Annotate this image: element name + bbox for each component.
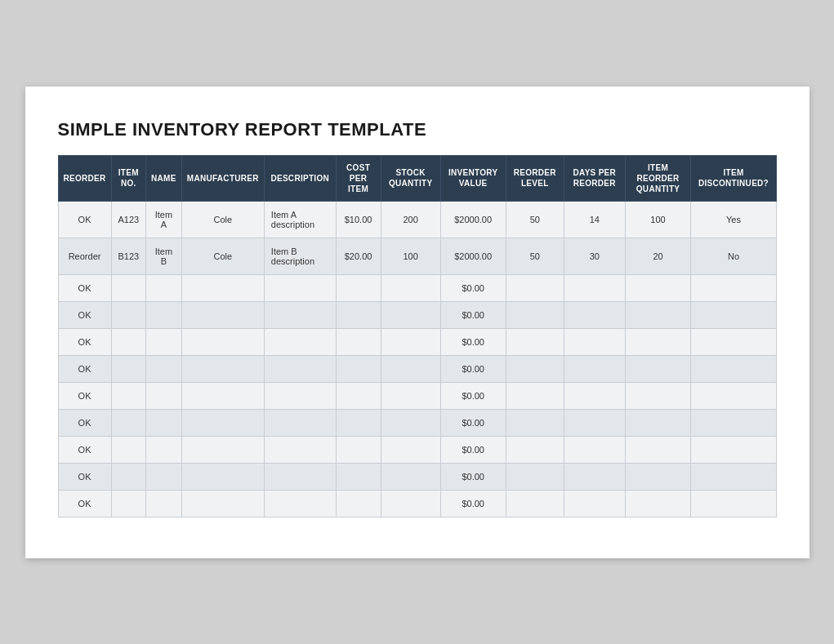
table-body: OKA123Item AColeItem A description$10.00… xyxy=(58,201,776,517)
cell-item_reorder_quantity xyxy=(625,409,691,436)
cell-cost_per_item xyxy=(336,409,381,436)
table-header-row: REORDER ITEM NO. NAME MANUFACTURER DESCR… xyxy=(58,155,776,201)
inventory-table: REORDER ITEM NO. NAME MANUFACTURER DESCR… xyxy=(58,155,777,517)
cell-cost_per_item xyxy=(336,463,381,490)
cell-reorder: OK xyxy=(58,409,111,436)
cell-days_per_reorder: 14 xyxy=(564,201,625,238)
cell-item_reorder_quantity xyxy=(625,301,691,328)
cell-description xyxy=(264,274,336,301)
cell-cost_per_item xyxy=(336,274,381,301)
cell-item_discontinued xyxy=(691,328,776,355)
cell-item_reorder_quantity xyxy=(625,436,691,463)
cell-item_discontinued: No xyxy=(691,238,776,274)
table-row: OK$0.00 xyxy=(58,301,776,328)
cell-days_per_reorder: 30 xyxy=(564,238,625,274)
cell-cost_per_item: $20.00 xyxy=(336,238,381,274)
cell-item_discontinued xyxy=(691,463,776,490)
cell-description xyxy=(264,436,336,463)
cell-manufacturer xyxy=(181,409,264,436)
table-row: OK$0.00 xyxy=(58,436,776,463)
cell-days_per_reorder xyxy=(564,274,625,301)
table-row: OK$0.00 xyxy=(58,490,776,517)
cell-cost_per_item xyxy=(336,382,381,409)
cell-stock_quantity xyxy=(381,274,440,301)
cell-stock_quantity xyxy=(381,409,440,436)
cell-item_reorder_quantity xyxy=(625,490,691,517)
cell-description xyxy=(264,328,336,355)
cell-days_per_reorder xyxy=(564,301,625,328)
cell-item_no xyxy=(111,274,145,301)
cell-reorder_level xyxy=(506,382,564,409)
cell-name xyxy=(145,436,181,463)
cell-days_per_reorder xyxy=(564,382,625,409)
cell-description: Item B description xyxy=(264,238,336,274)
cell-stock_quantity xyxy=(381,301,440,328)
cell-cost_per_item xyxy=(336,301,381,328)
cell-item_discontinued xyxy=(691,490,776,517)
cell-item_reorder_quantity xyxy=(625,382,691,409)
cell-item_reorder_quantity: 20 xyxy=(625,238,691,274)
cell-days_per_reorder xyxy=(564,463,625,490)
cell-item_reorder_quantity xyxy=(625,463,691,490)
header-item-no: ITEM NO. xyxy=(111,155,145,201)
cell-description xyxy=(264,301,336,328)
header-stock-quantity: STOCK QUANTITY xyxy=(381,155,440,201)
cell-inventory_value: $0.00 xyxy=(440,382,506,409)
table-row: OK$0.00 xyxy=(58,274,776,301)
cell-manufacturer xyxy=(181,328,264,355)
cell-inventory_value: $0.00 xyxy=(440,436,506,463)
cell-reorder_level xyxy=(506,355,564,382)
cell-reorder: OK xyxy=(58,436,111,463)
cell-name xyxy=(145,355,181,382)
header-cost-per-item: COST PER ITEM xyxy=(336,155,381,201)
report-page: SIMPLE INVENTORY REPORT TEMPLATE REORDER… xyxy=(25,87,809,558)
cell-description xyxy=(264,382,336,409)
cell-manufacturer xyxy=(181,436,264,463)
cell-reorder_level: 50 xyxy=(506,238,564,274)
table-row: OK$0.00 xyxy=(58,355,776,382)
cell-reorder: OK xyxy=(58,328,111,355)
cell-item_no xyxy=(111,463,145,490)
cell-item_discontinued: Yes xyxy=(691,201,776,238)
cell-inventory_value: $0.00 xyxy=(440,274,506,301)
header-reorder-level: REORDER LEVEL xyxy=(506,155,564,201)
cell-inventory_value: $2000.00 xyxy=(440,238,506,274)
cell-item_discontinued xyxy=(691,409,776,436)
cell-stock_quantity: 100 xyxy=(381,238,440,274)
cell-manufacturer: Cole xyxy=(181,238,264,274)
cell-inventory_value: $0.00 xyxy=(440,463,506,490)
cell-description xyxy=(264,490,336,517)
cell-name xyxy=(145,382,181,409)
cell-days_per_reorder xyxy=(564,490,625,517)
cell-reorder_level xyxy=(506,274,564,301)
cell-name xyxy=(145,328,181,355)
table-row: OK$0.00 xyxy=(58,409,776,436)
cell-reorder: OK xyxy=(58,201,111,238)
cell-reorder_level xyxy=(506,328,564,355)
header-item-discontinued: ITEM DISCONTINUED? xyxy=(691,155,776,201)
cell-item_discontinued xyxy=(691,274,776,301)
cell-item_reorder_quantity xyxy=(625,328,691,355)
cell-item_no xyxy=(111,409,145,436)
cell-manufacturer xyxy=(181,274,264,301)
cell-reorder: OK xyxy=(58,490,111,517)
table-row: OKA123Item AColeItem A description$10.00… xyxy=(58,201,776,238)
cell-inventory_value: $0.00 xyxy=(440,301,506,328)
cell-item_discontinued xyxy=(691,355,776,382)
cell-stock_quantity xyxy=(381,382,440,409)
header-item-reorder-quantity: ITEM REORDER QUANTITY xyxy=(625,155,691,201)
cell-cost_per_item: $10.00 xyxy=(336,201,381,238)
cell-cost_per_item xyxy=(336,355,381,382)
cell-days_per_reorder xyxy=(564,409,625,436)
header-description: DESCRIPTION xyxy=(264,155,336,201)
cell-days_per_reorder xyxy=(564,355,625,382)
cell-item_reorder_quantity: 100 xyxy=(625,201,691,238)
cell-inventory_value: $0.00 xyxy=(440,490,506,517)
cell-item_no xyxy=(111,382,145,409)
cell-stock_quantity xyxy=(381,355,440,382)
cell-name xyxy=(145,301,181,328)
header-inventory-value: INVENTORY VALUE xyxy=(440,155,506,201)
cell-reorder_level xyxy=(506,463,564,490)
cell-stock_quantity xyxy=(381,463,440,490)
cell-description xyxy=(264,463,336,490)
